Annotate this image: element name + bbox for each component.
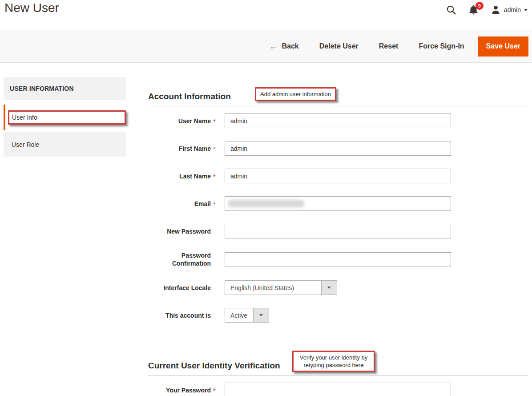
save-user-button[interactable]: Save User <box>478 36 528 57</box>
section-divider <box>148 375 528 376</box>
first-name-label: First Name <box>148 145 211 153</box>
form-row-interface-locale: Interface Locale English (United States) <box>148 280 528 295</box>
required-asterisk: * <box>211 201 218 208</box>
delete-user-label: Delete User <box>319 42 359 50</box>
email-input[interactable] <box>225 196 451 211</box>
page-header: New User 9 admin <box>0 0 532 30</box>
force-signin-button[interactable]: Force Sign-In <box>419 42 464 50</box>
account-status-label: This account is <box>148 311 211 319</box>
required-asterisk: * <box>211 387 218 394</box>
password-confirmation-label: Password Confirmation <box>148 251 211 267</box>
force-signin-label: Force Sign-In <box>419 42 464 50</box>
select-dropdown-button[interactable] <box>253 308 269 322</box>
last-name-input[interactable] <box>225 169 451 183</box>
form-row-first-name: First Name * <box>148 141 528 156</box>
required-asterisk: * <box>211 173 218 180</box>
account-information-fields: User Name * First Name * Last Name * Ema… <box>148 113 528 323</box>
form-row-password-confirmation: Password Confirmation <box>148 251 528 267</box>
account-status-select[interactable]: Active <box>225 308 269 323</box>
last-name-label: Last Name <box>148 172 211 180</box>
new-password-label: New Password <box>148 227 211 235</box>
your-password-input[interactable] <box>225 383 451 396</box>
identity-verification-fields: Your Password * <box>148 383 528 396</box>
form-row-your-password: Your Password * <box>148 383 528 396</box>
form-row-account-status: This account is Active <box>148 308 528 323</box>
user-name-label: User Name <box>148 117 211 125</box>
sidebar-item-label: User Role <box>12 141 39 148</box>
identity-verification-section-header: Current User Identity Verification Verif… <box>148 360 528 372</box>
account-status-value: Active <box>225 308 253 322</box>
global-search-button[interactable] <box>446 5 456 15</box>
sidebar-item-label: User Info <box>12 114 37 121</box>
password-confirmation-input[interactable] <box>225 252 451 267</box>
redacted-email-value <box>228 200 304 207</box>
interface-locale-label: Interface Locale <box>148 284 211 292</box>
email-label: Email <box>148 200 211 208</box>
page-actions-toolbar: ← Back Delete User Reset Force Sign-In S… <box>0 30 532 63</box>
your-password-label: Your Password <box>148 386 211 394</box>
annotation-highlight-box: User Info <box>8 110 126 125</box>
account-information-section-header: Account Information Add admin user infor… <box>148 90 528 102</box>
first-name-input[interactable] <box>225 141 451 156</box>
required-asterisk: * <box>211 145 218 153</box>
annotation-callout-account: Add admin user information <box>255 87 336 101</box>
annotation-callout-identity: Verify your user identity by retyping pa… <box>292 351 375 372</box>
back-button-label: Back <box>282 42 299 50</box>
new-password-input[interactable] <box>225 224 451 238</box>
sidebar-title: USER INFORMATION <box>4 77 126 100</box>
form-row-last-name: Last Name * <box>148 169 528 183</box>
user-name-input[interactable] <box>225 113 451 128</box>
caret-down-icon <box>327 287 331 289</box>
sidebar-item-user-role[interactable]: User Role <box>4 132 126 157</box>
sidebar-item-user-info[interactable]: User Info <box>4 105 126 130</box>
reset-button[interactable]: Reset <box>379 42 399 50</box>
section-title-account-information: Account Information <box>148 90 528 102</box>
admin-user-menu[interactable]: admin <box>491 5 528 15</box>
user-icon <box>491 5 501 15</box>
user-information-nav: USER INFORMATION User Info User Role <box>4 77 126 157</box>
back-button[interactable]: ← Back <box>270 42 299 51</box>
form-row-email: Email * <box>148 196 528 211</box>
reset-label: Reset <box>379 42 399 50</box>
search-icon <box>446 5 456 15</box>
back-arrow-icon: ← <box>270 42 278 51</box>
delete-user-button[interactable]: Delete User <box>319 42 359 50</box>
select-dropdown-button[interactable] <box>321 281 337 295</box>
form-row-new-password: New Password <box>148 224 528 238</box>
interface-locale-value: English (United States) <box>225 281 321 295</box>
form-row-user-name: User Name * <box>148 113 528 128</box>
required-asterisk: * <box>211 118 218 125</box>
section-divider <box>148 106 528 106</box>
admin-user-label: admin <box>504 6 521 13</box>
interface-locale-select[interactable]: English (United States) <box>225 280 337 295</box>
new-user-form: Account Information Add admin user infor… <box>148 90 528 396</box>
caret-down-icon <box>259 314 263 316</box>
notification-count-badge: 9 <box>476 2 484 10</box>
header-actions: 9 admin <box>446 3 528 17</box>
notifications-button[interactable]: 9 <box>468 4 479 16</box>
page-title: New User <box>4 1 59 15</box>
caret-down-icon <box>524 9 528 11</box>
